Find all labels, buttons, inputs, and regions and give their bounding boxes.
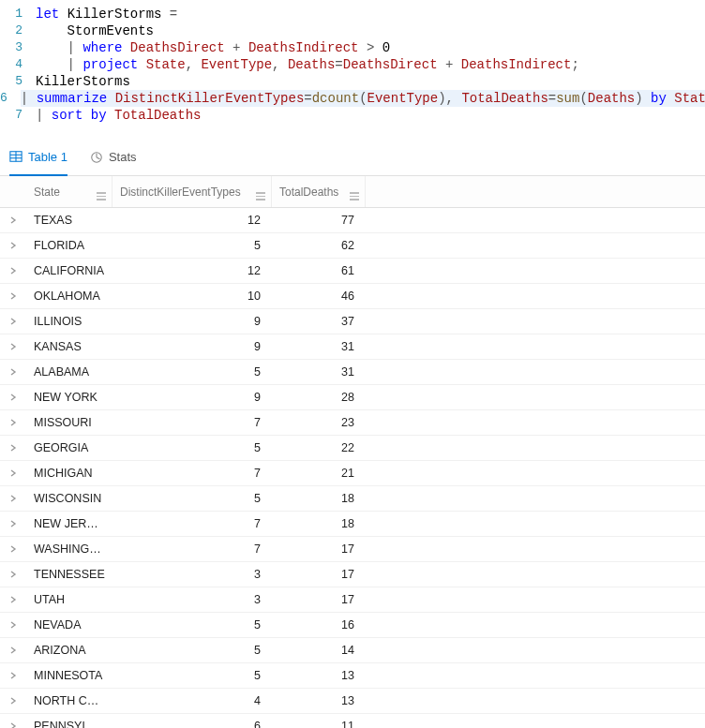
query-editor[interactable]: 1let KillerStorms = 2 StormEvents3 | whe… xyxy=(0,0,705,133)
table-row[interactable]: PENNSYLV…611 xyxy=(0,714,705,728)
row-expand-icon[interactable] xyxy=(0,594,26,605)
line-number: 5 xyxy=(0,73,36,90)
row-expand-icon[interactable] xyxy=(0,721,26,728)
cell-types: 7 xyxy=(112,517,272,530)
row-expand-icon[interactable] xyxy=(0,215,26,226)
cell-deaths: 13 xyxy=(272,669,366,682)
tab-table[interactable]: Table 1 xyxy=(9,140,68,176)
line-number: 6 xyxy=(0,90,21,107)
table-row[interactable]: TENNESSEE317 xyxy=(0,562,705,587)
column-menu-icon[interactable] xyxy=(256,184,265,201)
cell-types: 5 xyxy=(112,618,272,631)
column-header-types-label: DistinctKillerEventTypes xyxy=(120,186,241,199)
column-header-state-label: State xyxy=(34,186,60,199)
table-row[interactable]: NEW YORK928 xyxy=(0,385,705,410)
row-expand-icon[interactable] xyxy=(0,619,26,631)
code-content[interactable]: | summarize DistinctKillerEventTypes=dco… xyxy=(21,90,705,107)
table-row[interactable]: WISCONSIN518 xyxy=(0,486,705,512)
code-content[interactable]: | project State, EventType, Deaths=Death… xyxy=(36,56,705,73)
row-expand-icon[interactable] xyxy=(0,670,26,681)
row-expand-icon[interactable] xyxy=(0,316,26,327)
cell-state: ALABAMA xyxy=(26,365,112,379)
row-expand-icon[interactable] xyxy=(0,366,26,378)
code-line[interactable]: 6| summarize DistinctKillerEventTypes=dc… xyxy=(0,90,705,107)
code-line[interactable]: 7| sort by TotalDeaths xyxy=(0,107,705,124)
code-line[interactable]: 5KillerStorms xyxy=(0,73,705,90)
tab-stats[interactable]: Stats xyxy=(90,139,137,175)
table-icon xyxy=(9,150,22,163)
cell-deaths: 22 xyxy=(272,441,366,454)
cell-types: 10 xyxy=(112,290,272,303)
table-row[interactable]: OKLAHOMA1046 xyxy=(0,284,705,309)
table-row[interactable]: NORTH CA…413 xyxy=(0,689,705,714)
code-content[interactable]: | where DeathsDirect + DeathsIndirect > … xyxy=(36,39,705,56)
row-expand-icon[interactable] xyxy=(0,417,26,428)
row-expand-icon[interactable] xyxy=(0,240,26,251)
code-content[interactable]: StormEvents xyxy=(36,22,705,39)
table-row[interactable]: UTAH317 xyxy=(0,587,705,613)
cell-types: 9 xyxy=(112,391,272,404)
cell-deaths: 77 xyxy=(272,214,366,227)
table-row[interactable]: WASHINGT…717 xyxy=(0,537,705,562)
cell-deaths: 31 xyxy=(272,340,366,353)
table-row[interactable]: MICHIGAN721 xyxy=(0,461,705,486)
column-menu-icon[interactable] xyxy=(350,184,359,201)
stats-icon xyxy=(90,151,103,164)
cell-deaths: 28 xyxy=(272,391,366,404)
cell-types: 7 xyxy=(112,416,272,429)
row-expand-icon[interactable] xyxy=(0,341,26,352)
row-expand-icon[interactable] xyxy=(0,543,26,555)
row-expand-icon[interactable] xyxy=(0,695,26,706)
code-line[interactable]: 4 | project State, EventType, Deaths=Dea… xyxy=(0,56,705,73)
row-expand-icon[interactable] xyxy=(0,645,26,656)
table-row[interactable]: ALABAMA531 xyxy=(0,360,705,385)
table-row[interactable]: GEORGIA522 xyxy=(0,436,705,461)
cell-types: 7 xyxy=(112,467,272,480)
table-row[interactable]: KANSAS931 xyxy=(0,334,705,360)
row-expand-icon[interactable] xyxy=(0,569,26,580)
cell-state: WASHINGT… xyxy=(26,542,112,556)
row-expand-icon[interactable] xyxy=(0,392,26,403)
cell-state: TEXAS xyxy=(26,214,112,227)
column-menu-icon[interactable] xyxy=(97,184,106,201)
table-row[interactable]: NEVADA516 xyxy=(0,613,705,638)
code-line[interactable]: 1let KillerStorms = xyxy=(0,6,705,22)
table-row[interactable]: ARIZONA514 xyxy=(0,638,705,663)
row-expand-icon[interactable] xyxy=(0,493,26,504)
cell-state: NEW YORK xyxy=(26,391,112,404)
cell-deaths: 17 xyxy=(272,593,366,606)
table-row[interactable]: CALIFORNIA1261 xyxy=(0,259,705,284)
table-row[interactable]: MISSOURI723 xyxy=(0,410,705,436)
line-number: 4 xyxy=(0,56,36,73)
row-expand-icon[interactable] xyxy=(0,468,26,479)
cell-types: 5 xyxy=(112,441,272,454)
code-content[interactable]: KillerStorms xyxy=(36,73,705,90)
column-header-state[interactable]: State xyxy=(26,176,112,207)
table-row[interactable]: ILLINOIS937 xyxy=(0,309,705,334)
code-content[interactable]: | sort by TotalDeaths xyxy=(36,107,705,124)
table-row[interactable]: FLORIDA562 xyxy=(0,233,705,259)
table-row[interactable]: NEW JERSEY718 xyxy=(0,512,705,537)
code-line[interactable]: 3 | where DeathsDirect + DeathsIndirect … xyxy=(0,39,705,56)
svg-line-6 xyxy=(97,157,100,159)
cell-types: 5 xyxy=(112,492,272,505)
column-header-types[interactable]: DistinctKillerEventTypes xyxy=(112,176,272,207)
cell-deaths: 18 xyxy=(272,517,366,530)
row-expand-icon[interactable] xyxy=(0,265,26,276)
table-row[interactable]: MINNESOTA513 xyxy=(0,663,705,689)
column-header-deaths[interactable]: TotalDeaths xyxy=(272,176,366,207)
table-body: TEXAS1277FLORIDA562CALIFORNIA1261OKLAHOM… xyxy=(0,208,705,728)
line-number: 3 xyxy=(0,39,36,56)
cell-deaths: 18 xyxy=(272,492,366,505)
code-content[interactable]: let KillerStorms = xyxy=(36,6,705,22)
cell-types: 9 xyxy=(112,340,272,353)
row-expand-icon[interactable] xyxy=(0,290,26,302)
cell-types: 5 xyxy=(112,669,272,682)
row-expand-icon[interactable] xyxy=(0,442,26,453)
code-line[interactable]: 2 StormEvents xyxy=(0,22,705,39)
cell-deaths: 37 xyxy=(272,315,366,328)
table-row[interactable]: TEXAS1277 xyxy=(0,208,705,233)
cell-state: MICHIGAN xyxy=(26,467,112,480)
result-tabs: Table 1 Stats xyxy=(0,139,705,176)
row-expand-icon[interactable] xyxy=(0,518,26,529)
